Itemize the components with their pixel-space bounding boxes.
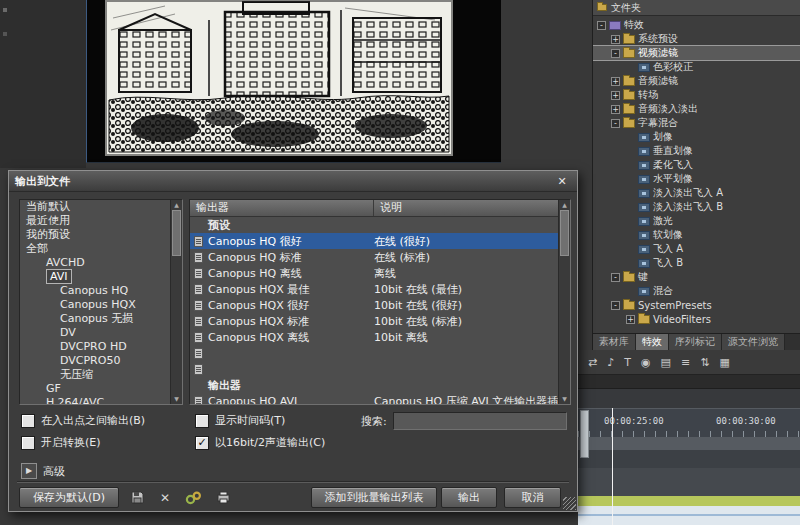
checkbox-box[interactable]: ✓: [195, 414, 209, 428]
effects-tree-item[interactable]: 转场: [593, 88, 800, 102]
format-tree-item[interactable]: Canopus 无损: [20, 312, 182, 326]
effects-tree-item[interactable]: 淡入淡出飞入 B: [593, 200, 800, 214]
checkbox-16bit-2ch[interactable]: ✓ 以16bit/2声道输出(C): [195, 435, 325, 450]
effects-tree-item[interactable]: 系统预设: [593, 32, 800, 46]
scrollbar-thumb[interactable]: [560, 210, 569, 256]
timeline-playhead[interactable]: [612, 408, 613, 525]
settings-icon[interactable]: ▦: [719, 356, 729, 369]
expand-toggle-icon[interactable]: [611, 49, 620, 58]
expand-toggle-icon[interactable]: [611, 119, 620, 128]
exporter-row[interactable]: Canopus HQX 离线 10bit 离线: [190, 329, 570, 345]
exporter-row[interactable]: Canopus HQX 标准 10bit 在线 (标准): [190, 313, 570, 329]
expand-toggle-icon[interactable]: [611, 105, 620, 114]
effects-tree-item[interactable]: SystemPresets: [593, 298, 800, 312]
expand-toggle-icon[interactable]: [611, 301, 620, 310]
expand-toggle-icon[interactable]: [597, 21, 606, 30]
column-header-exporter[interactable]: 输出器: [190, 200, 374, 216]
display-mode-icon[interactable]: ▤: [661, 356, 671, 369]
table-scrollbar[interactable]: ▲ ▼: [558, 200, 570, 404]
save-as-default-button[interactable]: 保存为默认(D): [19, 487, 119, 508]
format-tree-item[interactable]: DV: [20, 326, 182, 340]
effects-tree-item[interactable]: 软划像: [593, 228, 800, 242]
effects-tree-item[interactable]: 音频滤镜: [593, 74, 800, 88]
advanced-expander[interactable]: ▶ 高级: [21, 463, 65, 479]
effects-tree-item[interactable]: 垂直划像: [593, 144, 800, 158]
title-tool-icon[interactable]: T: [624, 356, 631, 369]
expand-toggle-icon[interactable]: [611, 91, 620, 100]
format-tree-item[interactable]: 全部: [20, 242, 182, 256]
exporter-row[interactable]: Canopus HQ AVI Canopus HQ 压缩 AVI 文件输出器插件: [190, 393, 570, 405]
volume-icon[interactable]: ♪: [607, 356, 614, 369]
exporter-row[interactable]: Canopus HQX 最佳 10bit 在线 (最佳): [190, 281, 570, 297]
format-tree-item[interactable]: 无压缩: [20, 368, 182, 382]
voiceover-icon[interactable]: ◉: [641, 356, 651, 369]
exporter-row[interactable]: [190, 345, 570, 361]
scroll-down-icon[interactable]: ▼: [559, 394, 570, 404]
effects-tree-item[interactable]: 水平划像: [593, 172, 800, 186]
palette-tab[interactable]: 序列标记: [669, 334, 722, 350]
print-icon-button[interactable]: [211, 487, 235, 508]
options-icon-button[interactable]: [181, 487, 205, 508]
track-list-icon[interactable]: ≡: [681, 356, 690, 369]
checkbox-between-in-out[interactable]: ✓ 在入出点之间输出(B): [21, 413, 145, 428]
scroll-up-icon[interactable]: ▲: [559, 200, 570, 210]
effects-tree-item[interactable]: 色彩校正: [593, 60, 800, 74]
effects-tree-item[interactable]: 飞入 A: [593, 242, 800, 256]
exporter-row[interactable]: Canopus HQ 标准 在线 (标准): [190, 249, 570, 265]
expand-toggle-icon[interactable]: [611, 273, 620, 282]
format-tree-item[interactable]: GF: [20, 382, 182, 396]
add-to-batch-button[interactable]: 添加到批量输出列表: [311, 487, 437, 508]
close-icon[interactable]: ✕: [553, 174, 571, 189]
format-tree-item[interactable]: Canopus HQX: [20, 298, 182, 312]
exporter-row[interactable]: Canopus HQX 很好 10bit 在线 (很好): [190, 297, 570, 313]
palette-tab[interactable]: 特效: [636, 334, 669, 350]
format-tree-item[interactable]: DVCPRO50: [20, 354, 182, 368]
format-tree-item[interactable]: AVCHD: [20, 256, 182, 270]
exporter-row[interactable]: [190, 361, 570, 377]
format-tree-item[interactable]: 当前默认: [20, 200, 182, 214]
checkbox-box[interactable]: ✓: [21, 414, 35, 428]
palette-tab[interactable]: 素材库: [593, 334, 636, 350]
effects-tree-item[interactable]: 淡入淡出飞入 A: [593, 186, 800, 200]
export-button[interactable]: 输出: [441, 487, 497, 508]
effects-tree-item[interactable]: 特效: [593, 18, 800, 32]
expand-toggle-icon[interactable]: [611, 77, 620, 86]
save-preset-icon-button[interactable]: [125, 487, 149, 508]
exporter-row[interactable]: Canopus HQ 离线 离线: [190, 265, 570, 281]
format-tree-item[interactable]: 我的预设: [20, 228, 182, 242]
checkbox-box[interactable]: ✓: [195, 436, 209, 450]
delete-preset-icon-button[interactable]: ✕: [153, 487, 177, 508]
advanced-arrow-icon[interactable]: ▶: [21, 463, 37, 479]
exporter-row[interactable]: 输出器: [190, 377, 570, 393]
checkbox-show-timecode[interactable]: ✓ 显示时间码(T): [195, 413, 285, 428]
exporter-row[interactable]: 预设: [190, 217, 570, 233]
preview-monitor[interactable]: [86, 0, 501, 163]
effects-tree-item[interactable]: VideoFilters: [593, 312, 800, 326]
scroll-up-icon[interactable]: ▲: [171, 200, 182, 210]
effects-tree-item[interactable]: 划像: [593, 130, 800, 144]
checkbox-box[interactable]: ✓: [21, 436, 35, 450]
effects-tree-item[interactable]: 混合: [593, 284, 800, 298]
effects-tree-item[interactable]: 柔化飞入: [593, 158, 800, 172]
format-tree-item[interactable]: 最近使用: [20, 214, 182, 228]
search-input[interactable]: [393, 412, 567, 430]
exporter-row[interactable]: Canopus HQ 很好 在线 (很好): [190, 233, 570, 249]
scrollbar-thumb[interactable]: [172, 210, 181, 256]
effects-tree-item[interactable]: 字幕混合: [593, 116, 800, 130]
expand-toggle-icon[interactable]: [611, 35, 620, 44]
effects-tree-item[interactable]: 激光: [593, 214, 800, 228]
trim-mode-icon[interactable]: ⇄: [588, 356, 597, 369]
timeline-scrollbar-thumb[interactable]: [580, 410, 589, 458]
effects-tree-item[interactable]: 飞入 B: [593, 256, 800, 270]
format-tree-item[interactable]: Canopus HQ: [20, 284, 182, 298]
dialog-title-bar[interactable]: 输出到文件 ✕: [9, 171, 577, 192]
cancel-button[interactable]: 取消: [504, 487, 561, 508]
track-height-icon[interactable]: ⇅: [700, 356, 709, 369]
scroll-down-icon[interactable]: ▼: [171, 394, 182, 404]
resize-grip[interactable]: [563, 497, 576, 510]
format-tree-item[interactable]: AVI: [20, 270, 182, 284]
checkbox-enable-conversion[interactable]: ✓ 开启转换(E): [21, 435, 101, 450]
expand-toggle-icon[interactable]: [626, 315, 635, 324]
effects-tree-item[interactable]: 音频淡入淡出: [593, 102, 800, 116]
effects-tree-item[interactable]: 视频滤镜: [593, 46, 800, 60]
